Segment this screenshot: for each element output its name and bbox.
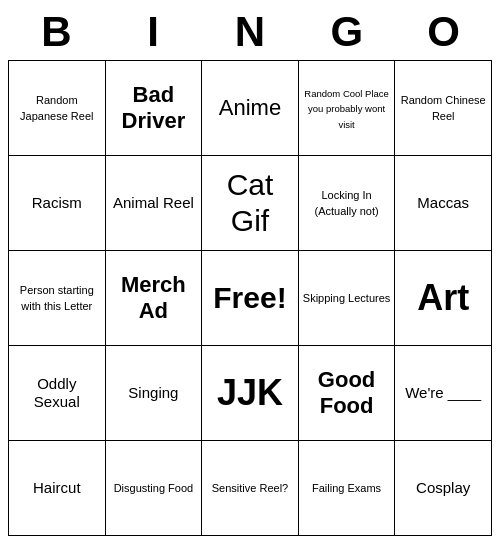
cell-r0-c4: Random Chinese Reel — [395, 61, 492, 156]
cell-r1-c2: Cat Gif — [202, 156, 299, 251]
letter-i: I — [110, 8, 197, 56]
cell-r0-c1: Bad Driver — [105, 61, 202, 156]
cell-r0-c2: Anime — [202, 61, 299, 156]
cell-r4-c4: Cosplay — [395, 441, 492, 536]
cell-r2-c0: Person starting with this Letter — [9, 251, 106, 346]
cell-r1-c3: Locking In (Actually not) — [298, 156, 395, 251]
cell-r2-c4: Art — [395, 251, 492, 346]
cell-r2-c1: Merch Ad — [105, 251, 202, 346]
cell-r2-c2: Free! — [202, 251, 299, 346]
cell-r3-c0: Oddly Sexual — [9, 346, 106, 441]
cell-r4-c3: Failing Exams — [298, 441, 395, 536]
letter-b: B — [13, 8, 100, 56]
cell-r3-c4: We're ____ — [395, 346, 492, 441]
cell-r3-c2: JJK — [202, 346, 299, 441]
cell-r1-c0: Racism — [9, 156, 106, 251]
cell-r0-c0: Random Japanese Reel — [9, 61, 106, 156]
cell-r2-c3: Skipping Lectures — [298, 251, 395, 346]
letter-n: N — [206, 8, 293, 56]
cell-r0-c3: Random Cool Place you probably wont visi… — [298, 61, 395, 156]
cell-r4-c0: Haircut — [9, 441, 106, 536]
bingo-grid: Random Japanese ReelBad DriverAnimeRando… — [8, 60, 492, 536]
bingo-title: B I N G O — [8, 8, 492, 56]
letter-o: O — [400, 8, 487, 56]
cell-r4-c2: Sensitive Reel? — [202, 441, 299, 536]
cell-r1-c1: Animal Reel — [105, 156, 202, 251]
cell-r4-c1: Disgusting Food — [105, 441, 202, 536]
cell-r3-c3: Good Food — [298, 346, 395, 441]
cell-r1-c4: Maccas — [395, 156, 492, 251]
cell-r3-c1: Singing — [105, 346, 202, 441]
letter-g: G — [303, 8, 390, 56]
